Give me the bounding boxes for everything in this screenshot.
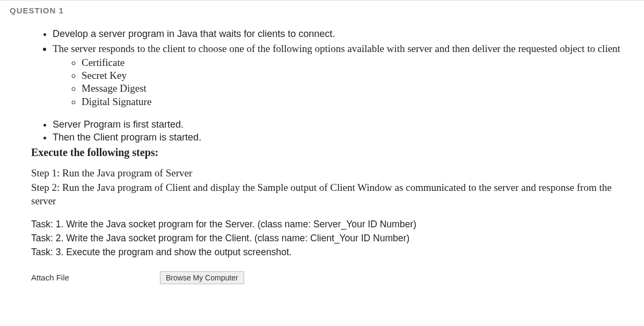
intro-item: The server responds to the client to cho… [53, 42, 624, 108]
tasks-block: Task: 1. Write the Java socket program f… [31, 217, 618, 260]
browse-my-computer-button[interactable]: Browse My Computer [160, 271, 244, 284]
option-item: Message Digest [82, 82, 624, 95]
option-item: Secret Key [82, 69, 624, 82]
step-2: Step 2: Run the Java program of Client a… [31, 181, 618, 208]
question-container: QUESTION 1 Develop a server program in J… [0, 1, 644, 284]
attach-label: Attach File [31, 273, 160, 282]
task-3: Task: 3. Execute the program and show th… [31, 245, 618, 259]
sequence-list: Server Program is first started. Then th… [42, 118, 634, 144]
intro-item: Develop a server program in Java that wa… [53, 28, 624, 41]
task-1: Task: 1. Write the Java socket program f… [31, 217, 618, 231]
option-item: Digital Signature [82, 95, 624, 108]
task-2: Task: 2. Write the Java socket program f… [31, 231, 618, 245]
option-item: Certificate [82, 56, 624, 69]
sequence-item: Server Program is first started. [53, 118, 624, 131]
options-list: Certificate Secret Key Message Digest Di… [53, 56, 624, 108]
execute-heading: Execute the following steps: [31, 146, 634, 159]
question-header: QUESTION 1 [10, 6, 634, 15]
attach-row: Attach File Browse My Computer [31, 271, 634, 284]
intro-item-text: The server responds to the client to cho… [53, 43, 620, 54]
intro-list: Develop a server program in Java that wa… [42, 28, 634, 108]
step-1: Step 1: Run the Java program of Server [31, 166, 618, 180]
sequence-item: Then the Client program is started. [53, 131, 624, 144]
